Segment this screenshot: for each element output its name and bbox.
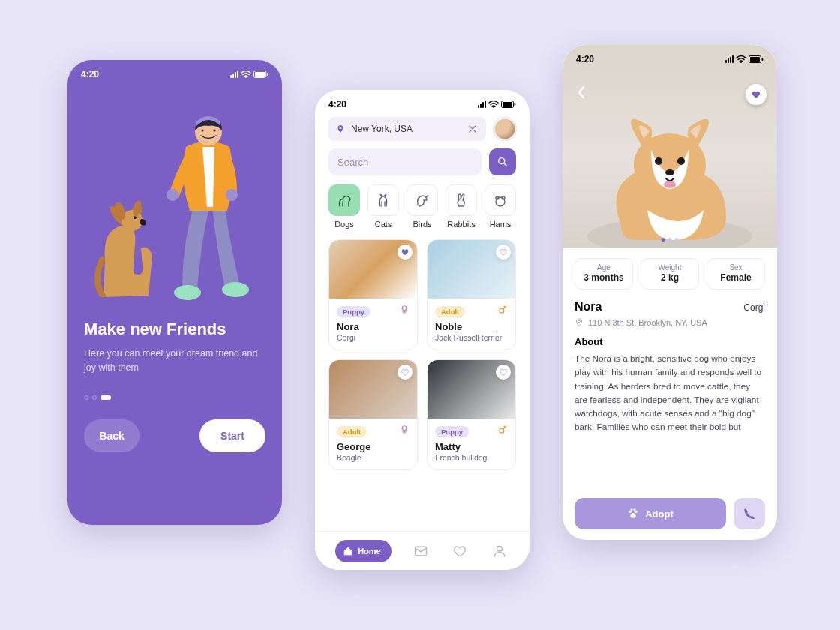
svg-point-25 <box>402 426 406 430</box>
onboarding-subtitle: Here you can meet your dream friend and … <box>84 346 266 376</box>
svg-point-42 <box>634 508 636 511</box>
pet-thumbnail <box>428 240 515 298</box>
pet-meta: Puppy <box>428 418 515 438</box>
pet-breed: Corgi <box>743 302 765 313</box>
category-label: Cats <box>375 220 392 229</box>
paw-icon <box>627 508 639 520</box>
pin-icon <box>574 318 584 327</box>
svg-point-35 <box>655 158 662 165</box>
adopt-label: Adopt <box>645 508 674 520</box>
clear-location-icon[interactable] <box>466 123 478 135</box>
sex-icon <box>399 424 410 438</box>
favorite-button[interactable] <box>746 84 766 105</box>
pet-card[interactable]: AdultGeorgeBeagle <box>328 359 418 470</box>
pet-card[interactable]: AdultNobleJack Russell terrier <box>427 239 516 350</box>
search-input[interactable] <box>328 148 482 176</box>
favorite-toggle[interactable] <box>398 364 412 380</box>
search-icon <box>496 156 508 168</box>
svg-point-29 <box>740 62 742 63</box>
stat-label: Weight <box>644 263 695 272</box>
stat-label: Sex <box>710 263 761 272</box>
svg-point-38 <box>664 181 676 188</box>
pet-name: Nora <box>574 300 602 314</box>
location-text: New York, USA <box>351 124 412 134</box>
favorite-toggle[interactable] <box>398 244 412 260</box>
pin-icon <box>336 124 345 134</box>
wifi-icon <box>736 56 746 63</box>
svg-point-37 <box>665 170 674 176</box>
search-button[interactable] <box>489 148 516 176</box>
phone-icon <box>742 507 756 520</box>
status-time: 4:20 <box>328 99 346 110</box>
pet-name: George <box>337 441 410 452</box>
tab-favorites[interactable] <box>450 542 470 561</box>
adopt-button[interactable]: Adopt <box>574 498 726 530</box>
favorite-toggle[interactable] <box>496 244 511 260</box>
svg-point-15 <box>493 106 494 108</box>
tab-bar: Home <box>315 531 530 570</box>
onboarding-screen: 4:20 <box>68 60 282 525</box>
svg-point-9 <box>222 282 249 297</box>
age-tag: Adult <box>435 306 465 317</box>
age-tag: Puppy <box>337 306 370 317</box>
location-chip[interactable]: New York, USA <box>328 117 486 141</box>
cats-icon <box>368 184 399 216</box>
pet-card[interactable]: PuppyMattyFrench bulldog <box>427 359 516 470</box>
address-text: 110 N 3th St, Brooklyn, NY, USA <box>588 318 707 327</box>
pet-address: 110 N 3th St, Brooklyn, NY, USA <box>562 315 777 334</box>
pet-breed: Jack Russell terrier <box>435 333 508 342</box>
about-text: The Nora is a bright, sensitive dog who … <box>562 352 777 479</box>
category-birds[interactable]: Birds <box>406 184 438 229</box>
tab-profile[interactable] <box>490 542 509 561</box>
svg-rect-3 <box>267 73 268 76</box>
wifi-icon <box>241 70 251 78</box>
stat-value: 2 kg <box>644 272 695 283</box>
corgi-illustration <box>576 98 764 248</box>
image-pager <box>662 238 679 242</box>
svg-point-20 <box>496 197 505 206</box>
category-hams[interactable]: Hams <box>484 184 516 229</box>
battery-icon <box>748 56 764 63</box>
start-button[interactable]: Start <box>200 419 266 452</box>
category-cats[interactable]: Cats <box>368 184 399 229</box>
browse-screen: 4:20 New York, USA DogsCatsBirdsRabbitsH… <box>315 90 530 570</box>
status-icons <box>478 100 516 108</box>
page-indicator <box>84 395 266 400</box>
category-dogs[interactable]: Dogs <box>328 184 360 229</box>
pet-card[interactable]: PuppyNoraCorgi <box>328 239 418 350</box>
category-rabbits[interactable]: Rabbits <box>446 184 477 229</box>
status-icons <box>725 56 764 63</box>
heart-icon <box>499 248 508 256</box>
svg-point-0 <box>245 76 247 78</box>
onboarding-title: Make new Friends <box>84 320 266 339</box>
svg-rect-31 <box>750 57 760 62</box>
status-bar: 4:20 <box>562 45 777 64</box>
stat-weight: Weight2 kg <box>640 258 699 290</box>
back-button[interactable]: Back <box>84 419 140 452</box>
mail-icon <box>413 544 428 559</box>
heart-icon <box>400 248 410 256</box>
svg-point-13 <box>202 130 204 132</box>
svg-point-14 <box>214 130 216 132</box>
pet-breed: Corgi <box>337 333 410 342</box>
heart-icon <box>499 368 508 376</box>
pet-breed: Beagle <box>337 453 410 462</box>
onboarding-illustration <box>68 80 282 304</box>
profile-avatar[interactable] <box>494 118 516 140</box>
svg-point-23 <box>402 306 406 310</box>
call-button[interactable] <box>734 498 765 530</box>
tab-home[interactable]: Home <box>335 540 392 562</box>
back-button[interactable] <box>573 84 590 100</box>
svg-point-19 <box>499 158 505 164</box>
dogs-icon <box>328 184 360 216</box>
category-label: Dogs <box>334 220 354 229</box>
favorite-toggle[interactable] <box>496 364 511 380</box>
man-figure <box>141 94 261 304</box>
tab-messages[interactable] <box>411 542 430 561</box>
user-icon <box>492 544 507 559</box>
signal-icon <box>725 56 734 63</box>
svg-point-28 <box>496 546 502 551</box>
status-time: 4:20 <box>576 54 594 64</box>
stat-label: Age <box>578 263 629 272</box>
signal-icon <box>478 100 486 108</box>
